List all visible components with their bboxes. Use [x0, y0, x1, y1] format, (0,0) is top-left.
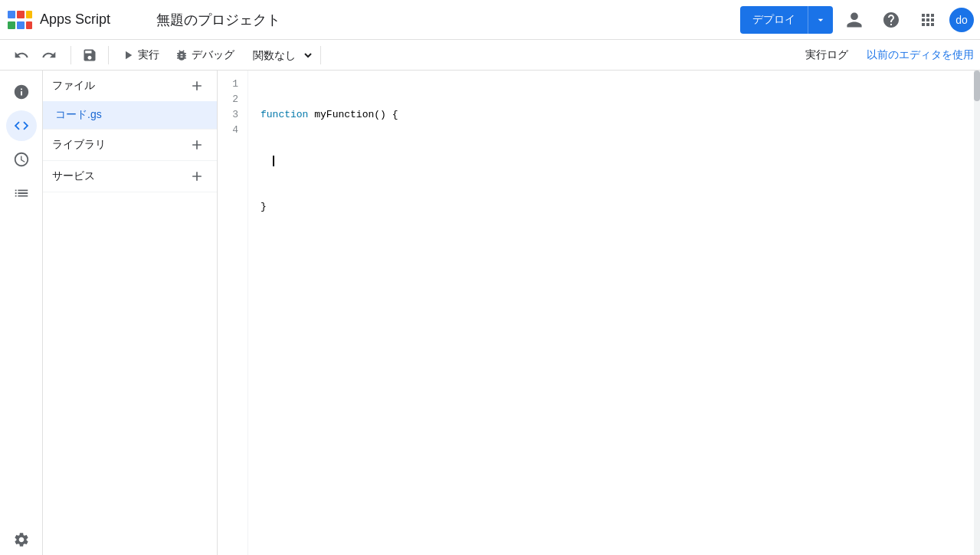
sidebar-icon-settings[interactable] — [6, 524, 37, 555]
line-number-1: 1 — [218, 77, 238, 92]
deploy-dropdown-button[interactable] — [808, 6, 833, 34]
services-section-header[interactable]: サービス — [43, 161, 217, 192]
chevron-down-icon — [814, 14, 827, 26]
toolbar-divider-2 — [108, 46, 109, 64]
sidebar-icon-info[interactable] — [6, 77, 37, 107]
sidebar-icon-rail — [0, 71, 43, 555]
code-line-2 — [261, 153, 974, 169]
svg-rect-2 — [26, 11, 32, 18]
sidebar-icon-triggers[interactable] — [6, 144, 37, 175]
toolbar-divider-1 — [70, 46, 71, 64]
line-number-3: 3 — [218, 107, 238, 123]
undo-redo-section — [6, 43, 64, 67]
main-content: ファイル コード.gs ライブラリ — [0, 71, 980, 555]
code-icon — [13, 117, 30, 134]
user-avatar[interactable]: do — [949, 8, 974, 32]
line-number-4: 4 — [218, 123, 238, 138]
help-icon — [882, 11, 900, 29]
add-file-button[interactable] — [186, 75, 208, 97]
deploy-button-group: デプロイ — [740, 6, 833, 34]
list-icon — [13, 185, 30, 202]
add-icon — [189, 78, 205, 94]
libraries-section: ライブラリ — [43, 130, 217, 161]
run-label: 実行 — [138, 48, 159, 62]
apps-icon — [919, 11, 937, 29]
editor-scrollbar[interactable] — [974, 71, 980, 555]
project-title[interactable]: 無題のプロジェクト — [156, 11, 734, 29]
run-button[interactable]: 実行 — [115, 43, 166, 67]
person-icon — [845, 11, 864, 29]
save-button[interactable] — [77, 43, 102, 67]
clock-icon — [13, 151, 30, 168]
libraries-section-header[interactable]: ライブラリ — [43, 130, 217, 160]
redo-button[interactable] — [37, 43, 61, 67]
function-selector[interactable]: 関数なし — [244, 48, 314, 62]
deploy-button[interactable]: デプロイ — [740, 6, 808, 34]
files-section: ファイル コード.gs — [43, 71, 217, 130]
editor-scrollbar-thumb[interactable] — [974, 71, 980, 101]
app-name: Apps Script — [40, 11, 110, 28]
sidebar-icon-code[interactable] — [6, 110, 37, 141]
old-editor-link[interactable]: 以前のエディタを使用 — [867, 48, 974, 62]
svg-rect-4 — [17, 21, 25, 29]
sidebar-icon-executions[interactable] — [6, 178, 37, 209]
svg-rect-1 — [17, 11, 25, 18]
settings-icon — [13, 531, 30, 548]
help-button[interactable] — [876, 5, 906, 35]
services-section-label: サービス — [52, 169, 95, 183]
apps-script-logo — [6, 6, 34, 34]
user-icon-button[interactable] — [839, 5, 870, 35]
code-content[interactable]: function myFunction() { } — [248, 71, 974, 555]
editor-container: 1 2 3 4 function myFunction() { } — [218, 71, 980, 555]
add-library-icon — [189, 137, 205, 153]
debug-icon — [175, 48, 188, 62]
code-line-1: function myFunction() { — [261, 107, 974, 123]
files-section-label: ファイル — [52, 79, 95, 93]
sidebar-panel: ファイル コード.gs ライブラリ — [43, 71, 218, 555]
play-icon — [121, 48, 135, 62]
services-section: サービス — [43, 161, 217, 192]
add-library-button[interactable] — [186, 134, 208, 156]
undo-icon — [14, 48, 29, 63]
line-number-2: 2 — [218, 92, 238, 107]
file-item-code-gs[interactable]: コード.gs — [43, 101, 217, 129]
logo-area: Apps Script — [6, 6, 144, 34]
app-header: Apps Script 無題のプロジェクト デプロイ d — [0, 0, 980, 40]
add-service-icon — [189, 169, 205, 184]
undo-button[interactable] — [9, 43, 34, 67]
code-line-4 — [261, 245, 974, 261]
toolbar: 実行 デバッグ 関数なし 実行ログ 以前のエディタを使用 — [0, 40, 980, 71]
redo-icon — [41, 48, 57, 63]
line-numbers: 1 2 3 4 — [218, 71, 248, 555]
save-icon — [82, 48, 97, 63]
code-line-3: } — [261, 199, 974, 215]
file-name-code-gs: コード.gs — [55, 108, 208, 122]
toolbar-divider-3 — [320, 46, 321, 64]
execution-log-button[interactable]: 実行ログ — [796, 43, 857, 67]
svg-rect-3 — [8, 21, 15, 29]
svg-rect-5 — [26, 21, 32, 29]
info-icon — [13, 84, 30, 100]
code-editor[interactable]: 1 2 3 4 function myFunction() { } — [218, 71, 980, 555]
debug-label: デバッグ — [192, 48, 234, 62]
apps-button[interactable] — [913, 5, 943, 35]
add-service-button[interactable] — [186, 166, 208, 187]
svg-rect-0 — [8, 11, 15, 18]
debug-button[interactable]: デバッグ — [169, 43, 241, 67]
libraries-section-label: ライブラリ — [52, 138, 106, 152]
header-actions: デプロイ do — [740, 5, 974, 35]
files-section-header[interactable]: ファイル — [43, 71, 217, 101]
